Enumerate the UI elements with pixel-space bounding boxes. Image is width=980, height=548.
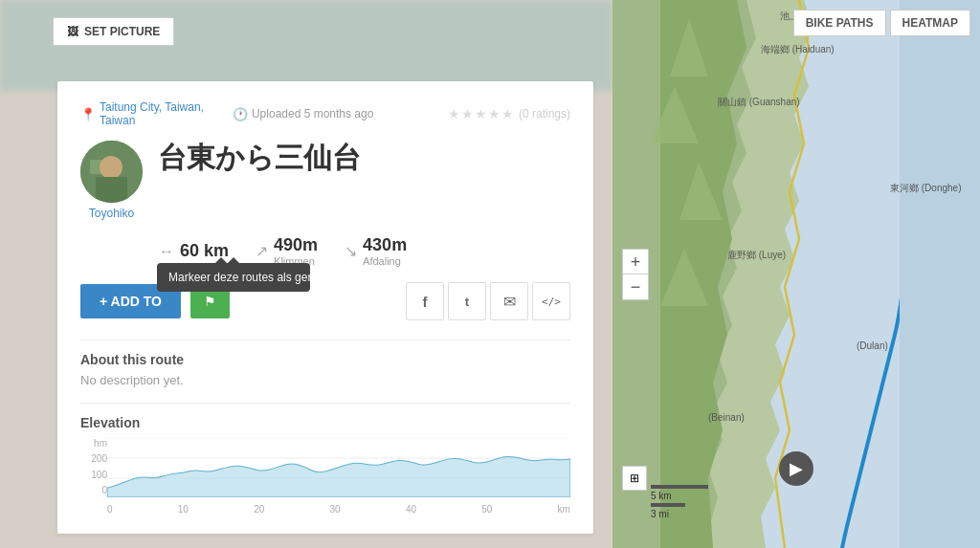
- tooltip-text: Markeer deze routes als gereden: [168, 271, 337, 284]
- email-icon: ✉: [503, 293, 516, 311]
- distance-icon: ↔: [159, 243, 174, 260]
- map-top-controls: BIKE PATHS HEATMAP: [793, 10, 970, 36]
- bike-paths-label: BIKE PATHS: [806, 16, 874, 30]
- climb-value: 490m: [274, 235, 318, 254]
- stars-display: ★★★★★: [448, 106, 515, 121]
- set-picture-label: SET PICTURE: [84, 25, 160, 38]
- x-label-20: 20: [254, 504, 264, 515]
- embed-icon: </>: [542, 296, 561, 308]
- fullscreen-icon: ⊞: [630, 471, 639, 485]
- play-icon: ▶: [790, 458, 803, 479]
- location-info: 📍 Taitung City, Taiwan, Taiwan: [80, 100, 204, 127]
- card-meta: 📍 Taitung City, Taiwan, Taiwan 🕐 Uploade…: [80, 100, 570, 127]
- elevation-svg: [107, 438, 570, 497]
- bike-paths-button[interactable]: BIKE PATHS: [793, 10, 886, 36]
- zoom-in-icon: +: [631, 252, 641, 272]
- x-label-km: km: [558, 504, 570, 515]
- elevation-chart: hm 200 100 0 0 10 20: [80, 438, 570, 515]
- username[interactable]: Toyohiko: [89, 207, 134, 220]
- svg-text:海端鄉 (Haiduan): 海端鄉 (Haiduan): [761, 44, 835, 55]
- elevation-title: Elevation: [80, 415, 570, 430]
- set-picture-button[interactable]: 🖼 SET PICTURE: [53, 17, 174, 46]
- route-title: 台東から三仙台: [158, 141, 570, 175]
- heatmap-button[interactable]: HEATMAP: [890, 10, 970, 36]
- descent-icon: ↘: [345, 242, 357, 260]
- fullscreen-button[interactable]: ⊞: [622, 466, 647, 491]
- elevation-y-axis: hm 200 100 0: [80, 438, 107, 495]
- route-card: 📍 Taitung City, Taiwan, Taiwan 🕐 Uploade…: [57, 81, 593, 534]
- x-label-10: 10: [178, 504, 189, 515]
- city-label: Taitung City, Taiwan, Taiwan: [100, 100, 204, 127]
- svg-rect-9: [900, 0, 980, 548]
- x-label-0: 0: [107, 504, 113, 515]
- add-to-label: + ADD TO: [100, 294, 162, 309]
- upload-info: 🕐 Uploaded 5 months ago: [233, 107, 373, 121]
- descent-value: 430m: [363, 235, 407, 254]
- email-share-button[interactable]: ✉: [490, 282, 528, 320]
- city-name: Taitung City, Taiwan,: [100, 100, 204, 114]
- play-button[interactable]: ▶: [779, 451, 813, 486]
- location-icon: 📍: [80, 107, 96, 121]
- x-label-30: 30: [330, 504, 341, 515]
- scale-mi-label: 3 mi: [651, 509, 708, 519]
- user-avatar: [80, 141, 143, 203]
- embed-share-button[interactable]: </>: [532, 282, 570, 320]
- scale-bar-mi: [651, 503, 685, 507]
- heatmap-label: HEATMAP: [902, 16, 958, 30]
- divider-2: [80, 403, 570, 404]
- map-scale: 5 km 3 mi: [651, 485, 708, 519]
- divider-1: [80, 340, 570, 340]
- tooltip-popup: Markeer deze routes als gereden: [157, 263, 310, 292]
- y-label-100: 100: [91, 470, 107, 480]
- flag-icon: ⚑: [204, 294, 216, 309]
- elevation-section: Elevation hm 200 100 0: [80, 415, 570, 515]
- map-extra-controls: ⊞: [622, 466, 647, 491]
- twitter-icon: t: [465, 295, 469, 309]
- clock-icon: 🕐: [233, 107, 248, 121]
- svg-text:東河鄉 (Donghe): 東河鄉 (Donghe): [890, 183, 961, 193]
- climb-icon: ↗: [256, 242, 268, 260]
- svg-text:(Dulan): (Dulan): [857, 340, 888, 351]
- zoom-in-button[interactable]: +: [623, 250, 648, 274]
- svg-text:關山鎮 (Guanshan): 關山鎮 (Guanshan): [718, 97, 800, 107]
- svg-text:鹿野鄉 (Luye): 鹿野鄉 (Luye): [727, 250, 786, 260]
- avatar-image: [80, 141, 143, 203]
- actions-row: + ADD TO ⚑ f t ✉ </>: [80, 282, 570, 320]
- avatar-svg: [80, 141, 143, 203]
- descent-label: Afdaling: [363, 255, 407, 267]
- about-section: About this route No description yet.: [80, 352, 570, 387]
- country-name: Taiwan: [100, 114, 135, 127]
- ratings-count: (0 ratings): [519, 107, 570, 121]
- picture-icon: 🖼: [67, 25, 78, 38]
- svg-point-2: [100, 156, 122, 179]
- title-row: Toyohiko 台東から三仙台: [80, 141, 570, 220]
- svg-rect-3: [96, 177, 127, 203]
- left-panel: 🖼 SET PICTURE 📍 Taitung City, Taiwan, Ta…: [0, 0, 612, 548]
- elevation-x-axis: 0 10 20 30 40 50 km: [107, 504, 570, 515]
- y-label-hm: hm: [94, 438, 107, 449]
- scale-km-label: 5 km: [651, 491, 708, 501]
- facebook-icon: f: [423, 294, 428, 310]
- y-label-200: 200: [91, 453, 107, 464]
- twitter-share-button[interactable]: t: [448, 282, 486, 320]
- about-title: About this route: [80, 352, 570, 367]
- x-label-40: 40: [406, 504, 416, 515]
- scale-bar-km: [651, 485, 708, 489]
- facebook-share-button[interactable]: f: [406, 282, 444, 320]
- descent-stat: ↘ 430m Afdaling: [345, 235, 407, 267]
- social-buttons: f t ✉ </>: [406, 282, 570, 320]
- avatar-area: Toyohiko: [80, 141, 143, 220]
- zoom-out-button[interactable]: −: [623, 274, 648, 299]
- about-description: No description yet.: [80, 373, 570, 387]
- zoom-out-icon: −: [631, 277, 641, 296]
- svg-text:(Beinan): (Beinan): [708, 412, 745, 423]
- ratings-info: ★★★★★ (0 ratings): [448, 106, 570, 121]
- zoom-controls: + −: [622, 249, 649, 300]
- map-panel: 池上鄉 (Chihshang) 海端鄉 (Haiduan) 關山鎮 (Guans…: [612, 0, 980, 548]
- upload-date: Uploaded 5 months ago: [252, 107, 373, 121]
- x-label-50: 50: [481, 504, 492, 515]
